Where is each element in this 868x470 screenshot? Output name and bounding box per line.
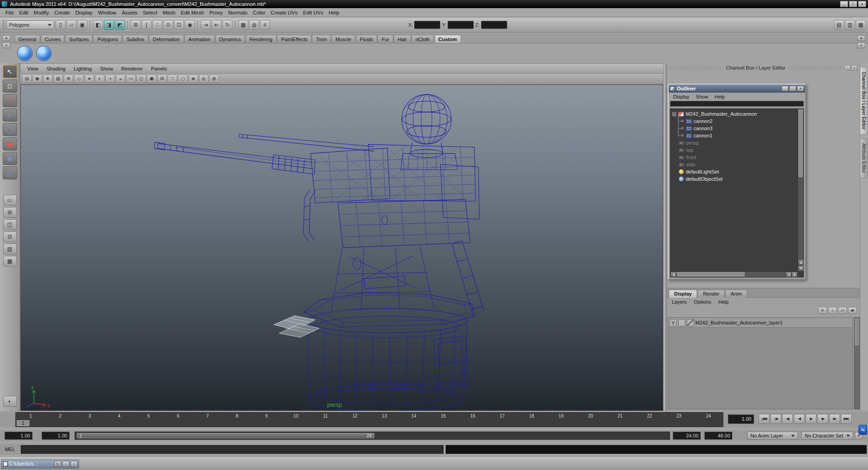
scrollbar-thumb[interactable]: [798, 109, 803, 177]
scroll-up-icon[interactable]: [798, 259, 804, 265]
close-button[interactable]: ×: [797, 86, 804, 91]
current-time-input[interactable]: 1.00: [728, 414, 754, 424]
outliner-horizontal-scrollbar[interactable]: [670, 271, 797, 277]
anim-layer-dropdown[interactable]: No Anim Layer: [747, 432, 798, 440]
shelf-tab[interactable]: Animation: [184, 35, 215, 43]
shelf-tab[interactable]: Muscle: [331, 35, 355, 43]
animation-end-input[interactable]: 48.00: [704, 432, 732, 440]
four-pane-layout-icon[interactable]: ⊞: [3, 207, 17, 218]
scroll-left-icon[interactable]: [670, 272, 676, 277]
menu-item[interactable]: Proxy: [207, 9, 225, 16]
use-lights-icon[interactable]: ◑: [105, 75, 115, 83]
outliner-vertical-scrollbar[interactable]: [797, 109, 803, 271]
scroll-right-icon[interactable]: [792, 272, 797, 277]
menu-item[interactable]: Edit Mesh: [178, 9, 207, 16]
play-backwards-button[interactable]: ◀: [794, 414, 805, 424]
snap-to-projected-center-icon[interactable]: ⊙: [163, 20, 173, 30]
select-camera-icon[interactable]: ▤: [22, 75, 32, 83]
shelf-tab[interactable]: Deformation: [149, 35, 184, 43]
close-button[interactable]: ×: [858, 1, 866, 7]
new-scene-icon[interactable]: ▯: [56, 20, 66, 30]
character-set-dropdown[interactable]: No Character Set: [802, 432, 853, 440]
drag-grip-icon[interactable]: [2, 20, 5, 30]
panel-menu-item[interactable]: Show: [96, 65, 117, 72]
shelf-tab[interactable]: PaintEffects: [277, 35, 312, 43]
sort-layers-icon[interactable]: ↕: [828, 307, 837, 314]
smooth-shade-icon[interactable]: ●: [85, 75, 94, 83]
playback-end-input[interactable]: 24.00: [673, 432, 701, 440]
dock-panel-icon[interactable]: ▫: [844, 65, 850, 70]
current-frame-indicator[interactable]: 1: [17, 420, 29, 426]
shelf-tab[interactable]: Surfaces: [65, 35, 93, 43]
menu-item[interactable]: Edit: [17, 9, 31, 16]
panel-menu-item[interactable]: Shading: [42, 65, 70, 72]
shadows-icon[interactable]: ◒: [116, 75, 125, 83]
restore-button[interactable]: ◱: [54, 461, 61, 467]
render-settings-icon[interactable]: ≡: [260, 20, 270, 30]
layer-playback-toggle[interactable]: [678, 319, 685, 326]
step-forward-key-button[interactable]: |▶: [817, 414, 828, 424]
camera-attributes-icon[interactable]: ◉: [33, 75, 42, 83]
layer-editor-tab[interactable]: Display: [669, 290, 697, 298]
scrollbar-thumb[interactable]: [677, 272, 745, 277]
layer-editor-tab[interactable]: Render: [698, 290, 725, 298]
rotate-tool-icon[interactable]: ◯: [3, 123, 17, 136]
hypershade-persp-layout-icon[interactable]: ▦: [3, 256, 17, 267]
separator[interactable]: [88, 20, 92, 30]
panel-menu-item[interactable]: Panels: [147, 65, 171, 72]
separator[interactable]: [126, 20, 130, 30]
panel-layout-sphere-icon[interactable]: ◐: [3, 396, 17, 407]
outliner-tree[interactable]: M242_Bushmaster_Autocannon cannon2 canno…: [670, 109, 797, 271]
textured-icon[interactable]: ◐: [95, 75, 104, 83]
shelf-tab-toggle-button[interactable]: ▾: [2, 35, 10, 41]
layer-editor-menu-item[interactable]: Layers: [669, 299, 690, 305]
minimize-button[interactable]: _: [782, 86, 788, 91]
shelf-tab[interactable]: Dynamics: [215, 35, 245, 43]
menu-item[interactable]: File: [3, 9, 17, 16]
x-input[interactable]: [414, 21, 440, 29]
outliner-row[interactable]: cannon2: [670, 118, 797, 125]
shelf-tab[interactable]: General: [14, 35, 40, 43]
outliner-row[interactable]: cannon1: [670, 132, 797, 139]
sidebar-vertical-tab[interactable]: Attribute Editor: [860, 138, 868, 178]
shelf-tab[interactable]: Fluids: [356, 35, 377, 43]
layer-editor-menu-item[interactable]: Help: [715, 299, 732, 305]
input-connections-icon[interactable]: ⇥: [201, 20, 211, 30]
minimized-script-window[interactable]: C:\Users\Us... ◱ □ ×: [1, 460, 79, 469]
wireframe-icon[interactable]: ◇: [74, 75, 84, 83]
scrollbar-thumb[interactable]: [855, 318, 859, 345]
layer-name[interactable]: M242_Bushmaster_Autocannon_layer1: [695, 320, 783, 325]
panel-menu-item[interactable]: Lighting: [70, 65, 96, 72]
outliner-filter-input[interactable]: [670, 101, 804, 107]
separator[interactable]: [196, 20, 200, 30]
safe-title-icon[interactable]: ▢: [178, 75, 188, 83]
shelf-tab[interactable]: Curves: [41, 35, 65, 43]
select-by-component-icon[interactable]: ◩: [115, 20, 125, 30]
maximize-button[interactable]: □: [789, 86, 796, 91]
panel-menu-item[interactable]: View: [23, 65, 42, 72]
shelf-tab[interactable]: Toon: [312, 35, 331, 43]
drag-grip-icon[interactable]: [670, 66, 723, 70]
shelf-tab[interactable]: nCloth: [411, 35, 434, 43]
create-layer-from-selected-icon[interactable]: ▰: [848, 307, 857, 314]
universal-manipulator-icon[interactable]: ◈: [3, 152, 17, 165]
shelf-editor-button[interactable]: ▾: [857, 35, 865, 41]
move-tool-icon[interactable]: +: [3, 108, 17, 122]
menu-item[interactable]: Mesh: [160, 9, 178, 16]
layer-visibility-toggle[interactable]: V: [670, 319, 677, 326]
make-live-icon[interactable]: ◉: [185, 20, 195, 30]
ipr-render-icon[interactable]: ◍: [249, 20, 259, 30]
menu-item[interactable]: Assets: [119, 9, 140, 16]
range-slider-track[interactable]: 1 24: [75, 432, 670, 440]
scale-tool-icon[interactable]: ▣: [3, 137, 17, 150]
collapse-icon[interactable]: [672, 112, 676, 116]
sidebar-vertical-tab[interactable]: Channel Box / Layer Editor: [860, 67, 868, 135]
snap-to-curves-icon[interactable]: ∫: [142, 20, 151, 30]
shelf-menu-button[interactable]: ≡: [2, 42, 10, 48]
gate-mask-icon[interactable]: ▣: [147, 75, 156, 83]
time-slider-track[interactable]: 123456789101112131415161718192021222324 …: [15, 412, 723, 427]
menu-item[interactable]: Display: [73, 9, 95, 16]
outliner-row[interactable]: front: [670, 154, 797, 161]
step-back-key-button[interactable]: ◀|: [782, 414, 793, 424]
panel-menu-item[interactable]: Renderer: [117, 65, 147, 72]
